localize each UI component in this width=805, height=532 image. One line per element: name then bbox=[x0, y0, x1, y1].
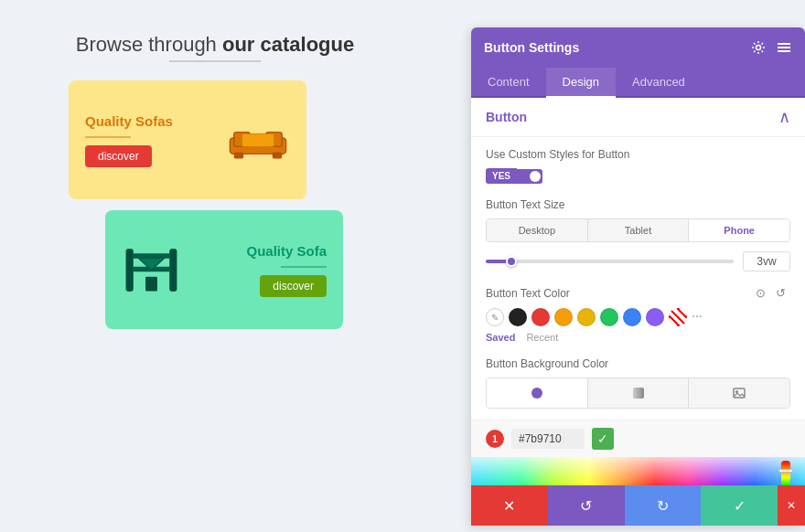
black-swatch[interactable] bbox=[509, 308, 527, 326]
cancel-button[interactable]: ✕ bbox=[471, 485, 548, 526]
tab-phone[interactable]: Phone bbox=[689, 219, 789, 241]
title-underline bbox=[169, 60, 261, 62]
svg-rect-15 bbox=[778, 50, 790, 52]
orange-swatch[interactable] bbox=[554, 308, 573, 326]
close-right-button[interactable]: ✕ bbox=[778, 485, 805, 526]
panel-header: Button Settings bbox=[471, 27, 805, 68]
text-color-label: Button Text Color bbox=[486, 287, 750, 300]
toggle-track bbox=[517, 169, 542, 184]
red-swatch[interactable] bbox=[531, 308, 550, 326]
reset-color-icon[interactable]: ↺ bbox=[776, 286, 790, 301]
pencil-swatch[interactable]: ✎ bbox=[486, 308, 504, 326]
sofa-icon bbox=[226, 117, 290, 163]
hue-handle-top bbox=[778, 469, 793, 473]
yellow-swatch[interactable] bbox=[577, 308, 596, 326]
device-tabs: Desktop Tablet Phone bbox=[486, 218, 790, 242]
saved-recent-row: Saved Recent bbox=[486, 332, 790, 343]
settings-panel: Button Settings Content Design bbox=[471, 27, 805, 526]
card1-title: Quality Sofas bbox=[85, 113, 173, 129]
panel-body: Button ∧ Use Custom Styles for Button YE… bbox=[471, 98, 805, 485]
bg-solid-tab[interactable] bbox=[487, 378, 588, 408]
svg-rect-3 bbox=[242, 133, 274, 146]
tab-design[interactable]: Design bbox=[546, 68, 616, 98]
panel-title: Button Settings bbox=[484, 40, 579, 55]
purple-swatch[interactable] bbox=[646, 308, 664, 326]
svg-point-19 bbox=[735, 390, 738, 393]
color-confirm-button[interactable]: ✓ bbox=[592, 428, 614, 450]
svg-rect-13 bbox=[778, 43, 790, 45]
eyedropper-icon[interactable]: ⊙ bbox=[756, 286, 770, 301]
panel-footer: ✕ ↺ ↻ ✓ ✕ bbox=[471, 485, 805, 526]
confirm-button[interactable]: ✓ bbox=[701, 485, 778, 526]
slider-row bbox=[486, 251, 790, 271]
bg-color-label: Button Background Color bbox=[486, 357, 790, 370]
custom-styles-toggle[interactable]: YES bbox=[486, 168, 542, 184]
svg-rect-18 bbox=[734, 388, 745, 398]
card1-underline bbox=[85, 136, 131, 138]
more-swatches-icon[interactable]: ··· bbox=[692, 308, 706, 326]
section-collapse-icon[interactable]: ∧ bbox=[778, 107, 790, 127]
tab-desktop[interactable]: Desktop bbox=[487, 219, 588, 241]
tab-tablet[interactable]: Tablet bbox=[588, 219, 690, 241]
browse-text-bold: our catalogue bbox=[222, 33, 354, 56]
svg-rect-11 bbox=[145, 276, 157, 291]
preview-area: Browse through our catalogue Quality Sof… bbox=[0, 0, 430, 532]
color-hex-input[interactable] bbox=[511, 429, 585, 449]
gate-icon bbox=[122, 245, 181, 295]
card2-underline bbox=[281, 266, 327, 268]
text-size-slider[interactable] bbox=[486, 260, 734, 263]
blue-swatch[interactable] bbox=[623, 308, 641, 326]
svg-rect-7 bbox=[170, 249, 177, 291]
toggle-thumb bbox=[530, 171, 541, 182]
bg-image-tab[interactable] bbox=[689, 378, 789, 408]
saved-label[interactable]: Saved bbox=[486, 332, 515, 343]
color-input-row: 1 ✓ bbox=[471, 420, 805, 457]
hue-strip[interactable] bbox=[781, 461, 790, 485]
redo-button[interactable]: ↻ bbox=[625, 485, 702, 526]
color-number-badge: 1 bbox=[486, 430, 504, 448]
svg-point-12 bbox=[757, 46, 761, 50]
gradient-canvas[interactable] bbox=[471, 457, 805, 485]
browse-text: Browse through our catalogue bbox=[76, 33, 354, 56]
svg-rect-4 bbox=[234, 153, 244, 159]
tab-content[interactable]: Content bbox=[471, 68, 546, 98]
settings-icon[interactable] bbox=[750, 39, 767, 56]
striped-swatch[interactable] bbox=[669, 308, 687, 326]
toggle-yes-label: YES bbox=[486, 168, 517, 184]
undo-button[interactable]: ↺ bbox=[548, 485, 625, 526]
card1: Quality Sofas discover bbox=[69, 80, 306, 199]
svg-rect-5 bbox=[273, 153, 283, 159]
browse-text-normal: Browse through bbox=[76, 33, 222, 56]
green-swatch[interactable] bbox=[600, 308, 618, 326]
svg-rect-8 bbox=[133, 253, 169, 259]
recent-label[interactable]: Recent bbox=[526, 332, 558, 343]
svg-point-16 bbox=[531, 388, 542, 399]
panel-tabs: Content Design Advanced bbox=[471, 68, 805, 98]
bg-gradient-tab[interactable] bbox=[588, 378, 690, 408]
panel-header-icons bbox=[750, 39, 792, 56]
section-header: Button ∧ bbox=[471, 98, 805, 137]
svg-rect-14 bbox=[778, 47, 790, 48]
card1-discover-button[interactable]: discover bbox=[85, 145, 152, 167]
card1-left: Quality Sofas discover bbox=[85, 113, 173, 167]
slider-thumb bbox=[506, 256, 517, 267]
expand-icon[interactable] bbox=[776, 39, 792, 56]
text-size-label: Button Text Size bbox=[486, 198, 790, 211]
card2-title: Quality Sofa bbox=[246, 243, 327, 259]
gradient-white-overlay bbox=[471, 457, 805, 485]
card2-discover-button[interactable]: discover bbox=[260, 275, 327, 297]
card2: Quality Sofa discover bbox=[105, 210, 343, 329]
text-color-header: Button Text Color ⊙ ↺ bbox=[486, 286, 790, 301]
settings-content: Use Custom Styles for Button YES Button … bbox=[471, 137, 805, 420]
color-swatches: ✎ ··· bbox=[486, 308, 790, 326]
bg-type-tabs bbox=[486, 378, 790, 409]
tab-advanced[interactable]: Advanced bbox=[616, 68, 702, 98]
svg-rect-6 bbox=[126, 249, 133, 291]
slider-value-input[interactable] bbox=[743, 251, 790, 271]
svg-rect-17 bbox=[633, 388, 644, 399]
card2-right: Quality Sofa discover bbox=[246, 243, 327, 297]
color-gradient-picker[interactable] bbox=[471, 457, 805, 485]
section-title: Button bbox=[486, 110, 527, 124]
toggle-label: Use Custom Styles for Button bbox=[486, 148, 790, 161]
toggle-row: YES bbox=[486, 168, 790, 184]
